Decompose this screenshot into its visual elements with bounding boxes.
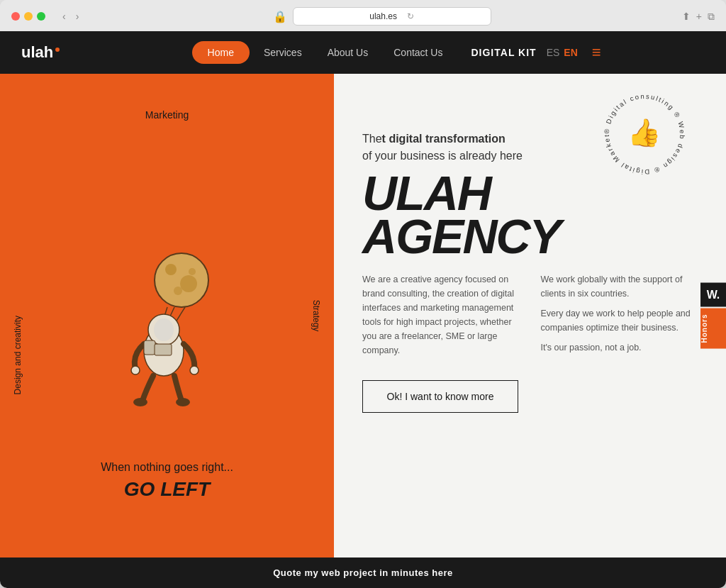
thumbs-up-icon: 👍 [627, 117, 661, 148]
lang-en-button[interactable]: EN [564, 47, 577, 58]
footer-bar[interactable]: Quote my web project in minutes here [0, 558, 726, 588]
nav-services-link[interactable]: Services [252, 41, 313, 64]
hamburger-menu[interactable]: ≡ [592, 43, 601, 62]
minimize-button[interactable] [24, 12, 33, 21]
share-button[interactable]: ⬆ [682, 11, 691, 23]
footer-text: Quote my web project in minutes here [273, 567, 453, 578]
new-tab-button[interactable]: + [696, 11, 702, 23]
back-button[interactable]: ‹ [60, 9, 69, 23]
side-widget: W. Honors [700, 283, 726, 349]
widget-w-label: W. [700, 283, 726, 307]
desc-text-right-3: It's our passion, not a job. [541, 340, 698, 355]
astronaut-illustration [96, 252, 238, 408]
svg-point-2 [180, 275, 197, 292]
svg-point-11 [131, 366, 140, 375]
agency-title: ULAH AGENCY [362, 172, 698, 258]
svg-point-14 [176, 398, 190, 406]
bottom-tagline: When nothing goes right... GO LEFT [101, 461, 233, 501]
desc-text-right-1: We work globally with the support of cli… [541, 272, 698, 301]
svg-point-12 [190, 366, 199, 375]
desc-col-right: We work globally with the support of cli… [541, 272, 698, 363]
logo-dot [55, 48, 60, 52]
main-content: Marketing Design and creativity Strategy [0, 74, 726, 558]
logo[interactable]: ulah [21, 43, 60, 62]
svg-rect-15 [144, 340, 155, 355]
svg-point-3 [174, 287, 182, 295]
desc-text-right-2: Every day we work to help people and com… [541, 306, 698, 335]
widget-honors-label[interactable]: Honors [700, 309, 726, 349]
lock-icon: 🔒 [273, 10, 287, 23]
know-more-button[interactable]: Ok! I want to know more [362, 380, 518, 413]
nav-contact-link[interactable]: Contact Us [382, 41, 454, 64]
svg-point-13 [133, 398, 147, 406]
traffic-lights [11, 12, 45, 21]
hero-right-panel: ® Digital consulting ® Web design ® Digi… [334, 74, 726, 558]
navbar: ulah Home Services About Us Contact Us D… [0, 31, 726, 74]
browser-window: ‹ › 🔒 ulah.es ↻ ⬆ + ⧉ ulah [0, 0, 726, 588]
browser-titlebar: ‹ › 🔒 ulah.es ↻ ⬆ + ⧉ [11, 7, 715, 26]
logo-text: ulah [21, 43, 53, 62]
circular-badge: ® Digital consulting ® Web design ® Digi… [598, 88, 691, 180]
url-input[interactable]: ulah.es ↻ [293, 7, 491, 26]
browser-controls: ‹ › [60, 9, 82, 23]
tabs-button[interactable]: ⧉ [708, 11, 715, 23]
svg-point-4 [189, 268, 196, 275]
website: ulah Home Services About Us Contact Us D… [0, 31, 726, 588]
browser-chrome: ‹ › 🔒 ulah.es ↻ ⬆ + ⧉ [0, 0, 726, 31]
svg-point-1 [165, 264, 177, 275]
svg-point-10 [154, 318, 174, 341]
refresh-icon[interactable]: ↻ [407, 11, 414, 21]
forward-button[interactable]: › [73, 9, 82, 23]
design-label: Design and creativity [13, 316, 23, 394]
language-switcher: ES EN [547, 47, 578, 58]
lang-es-button[interactable]: ES [547, 47, 560, 58]
nav-links: Home Services About Us Contact Us DIGITA… [88, 41, 705, 64]
astronaut-svg [96, 252, 238, 408]
nav-about-link[interactable]: About Us [316, 41, 380, 64]
address-bar: 🔒 ulah.es ↻ [87, 7, 676, 26]
hero-left-panel: Marketing Design and creativity Strategy [0, 74, 334, 558]
browser-actions: ⬆ + ⧉ [682, 11, 715, 23]
close-button[interactable] [11, 12, 20, 21]
go-left-text: GO LEFT [101, 478, 233, 501]
strategy-label: Strategy [311, 300, 321, 332]
description-area: We are a creative agency focused on bran… [362, 272, 698, 363]
nav-home-link[interactable]: Home [192, 41, 250, 64]
agency-line2: AGENCY [362, 215, 698, 258]
desc-text-left: We are a creative agency focused on bran… [362, 272, 519, 357]
maximize-button[interactable] [37, 12, 45, 21]
when-text: When nothing goes right... [101, 461, 233, 474]
svg-rect-16 [155, 344, 172, 355]
digital-kit-label[interactable]: DIGITAL KIT [471, 47, 536, 58]
url-text: ulah.es [369, 11, 397, 21]
marketing-label: Marketing [145, 109, 189, 121]
desc-col-left: We are a creative agency focused on bran… [362, 272, 519, 363]
